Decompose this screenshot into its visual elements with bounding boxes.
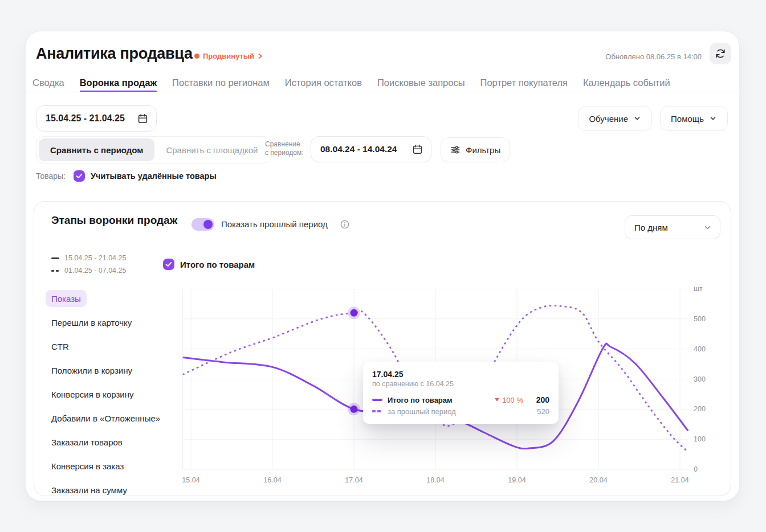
legend-item-1: 01.04.25 - 07.04.25 bbox=[51, 264, 126, 277]
triangle-down-icon bbox=[495, 398, 499, 402]
calendar-icon bbox=[412, 144, 423, 155]
calendar-icon bbox=[137, 113, 148, 124]
show-past-period-toggle[interactable] bbox=[192, 218, 214, 231]
granularity-select[interactable]: По дням bbox=[625, 215, 720, 239]
tooltip-value: 200 bbox=[530, 395, 549, 404]
period-date-input[interactable]: 15.04.25 - 21.04.25 bbox=[36, 105, 157, 132]
y-tick-label: 200 bbox=[694, 405, 706, 413]
tab-0[interactable]: Сводка bbox=[32, 75, 64, 91]
filters-button-label: Фильтры bbox=[466, 145, 500, 155]
funnel-panel: Этапы воронки продаж Показать прошлый пе… bbox=[34, 201, 731, 496]
include-deleted-checkbox[interactable] bbox=[74, 170, 85, 182]
y-axis-unit-label: шт bbox=[694, 285, 703, 293]
plan-badge-dot-icon bbox=[194, 54, 199, 59]
x-tick-label: 21.04 bbox=[662, 476, 698, 484]
y-tick-label: 0 bbox=[694, 465, 698, 473]
stage-item-2[interactable]: CTR bbox=[46, 338, 75, 355]
analytics-card: Аналитика продавца Продвинутый Обновлено… bbox=[25, 31, 740, 501]
products-caption: Товары: bbox=[36, 171, 66, 181]
tooltip-solid-swatch bbox=[372, 399, 382, 401]
plan-badge-label: Продвинутый bbox=[203, 52, 254, 60]
period-date-value: 15.04.25 - 21.04.25 bbox=[46, 113, 125, 124]
chart-legend: 15.04.25 - 21.04.2501.04.25 - 07.04.25 bbox=[51, 252, 126, 277]
data-point-marker bbox=[351, 309, 358, 317]
stage-item-8[interactable]: Заказали на сумму bbox=[46, 481, 133, 498]
chevron-down-icon bbox=[703, 223, 712, 232]
tooltip-row-0: Итого по товарам100 %200 bbox=[372, 394, 549, 406]
tab-2[interactable]: Поставки по регионам bbox=[172, 75, 270, 91]
stage-item-7[interactable]: Конверсия в заказ bbox=[46, 457, 129, 474]
chevron-down-icon bbox=[709, 114, 717, 122]
tab-5[interactable]: Портрет покупателя bbox=[480, 75, 568, 91]
stage-item-6[interactable]: Заказали товаров bbox=[46, 433, 128, 451]
funnel-title: Этапы воронки продаж bbox=[51, 214, 177, 227]
y-tick-label: 500 bbox=[694, 315, 706, 323]
stage-item-3[interactable]: Положили в корзину bbox=[46, 362, 138, 379]
stage-item-5[interactable]: Добавили в «Отложенные» bbox=[46, 410, 166, 427]
x-tick-label: 16.04 bbox=[254, 476, 291, 484]
tooltip-date: 17.04.25 bbox=[372, 369, 549, 379]
y-tick-label: 300 bbox=[694, 375, 706, 383]
page-title: Аналитика продавца bbox=[36, 45, 193, 63]
comparison-date-input[interactable]: 08.04.24 - 14.04.24 bbox=[311, 136, 431, 162]
tabs: СводкаВоронка продажПоставки по регионам… bbox=[32, 75, 670, 91]
legend-label: 01.04.25 - 07.04.25 bbox=[64, 267, 126, 275]
legend-item-0: 15.04.25 - 21.04.25 bbox=[51, 252, 126, 264]
x-tick-label: 20.04 bbox=[580, 476, 617, 484]
products-filter-row: Товары: Учитывать удалённые товары bbox=[36, 170, 217, 182]
tooltip-value: 520 bbox=[530, 407, 549, 416]
tooltip-rows: Итого по товарам100 %200за прошлый перио… bbox=[372, 394, 549, 417]
data-point-marker bbox=[351, 406, 358, 413]
help-button[interactable]: Помощь bbox=[660, 106, 728, 131]
y-tick-label: 400 bbox=[694, 345, 706, 353]
info-icon[interactable] bbox=[340, 220, 349, 229]
tooltip-dashed-swatch bbox=[372, 410, 382, 412]
tooltip-delta-value: 100 % bbox=[502, 396, 523, 404]
funnel-stages-list: ПоказыПерешли в карточкуCTRПоложили в ко… bbox=[46, 290, 177, 501]
x-tick-label: 17.04 bbox=[336, 476, 372, 484]
y-tick-label: 100 bbox=[694, 435, 706, 443]
check-icon bbox=[76, 173, 83, 179]
toggle-knob bbox=[203, 220, 213, 229]
x-tick-label: 18.04 bbox=[417, 476, 454, 484]
tab-3[interactable]: История остатков bbox=[285, 75, 362, 91]
tabs-divider bbox=[26, 92, 739, 92]
stage-item-1[interactable]: Перешли в карточку bbox=[46, 314, 137, 331]
stage-item-0[interactable]: Показы bbox=[46, 290, 87, 307]
tab-6[interactable]: Календарь событий bbox=[583, 75, 670, 91]
refresh-button[interactable] bbox=[710, 43, 731, 64]
legend-solid-swatch bbox=[51, 257, 59, 259]
total-by-products-label[interactable]: Итого по товарам bbox=[180, 260, 255, 269]
filters-button[interactable]: Фильтры bbox=[441, 137, 510, 162]
chart-tooltip: 17.04.25 по сравнению с 16.04.25 Итого п… bbox=[363, 362, 559, 424]
legend-dashed-swatch bbox=[51, 270, 59, 272]
compare-with-period-segment[interactable]: Сравнить с периодом bbox=[39, 138, 154, 161]
training-button[interactable]: Обучение bbox=[578, 106, 652, 131]
tab-1[interactable]: Воронка продаж bbox=[80, 75, 157, 91]
compare-with-platform-segment[interactable]: Сравнить с площадкой bbox=[154, 138, 269, 161]
tooltip-delta: 100 % bbox=[495, 396, 523, 404]
tooltip-compare-text: по сравнению с 16.04.25 bbox=[372, 379, 549, 389]
sliders-icon bbox=[450, 145, 461, 155]
help-button-label: Помощь bbox=[671, 114, 704, 124]
granularity-value: По дням bbox=[634, 223, 668, 232]
comparison-date-value: 08.04.24 - 14.04.24 bbox=[320, 144, 397, 154]
stage-item-4[interactable]: Конверсия в корзину bbox=[46, 386, 139, 403]
include-deleted-label[interactable]: Учитывать удалённые товары bbox=[91, 171, 217, 181]
training-button-label: Обучение bbox=[589, 114, 628, 124]
total-by-products-checkbox[interactable] bbox=[163, 259, 174, 270]
refresh-icon bbox=[715, 48, 726, 59]
tooltip-row-1: за прошлый период520 bbox=[372, 406, 549, 417]
chevron-right-icon bbox=[258, 53, 263, 59]
plan-badge[interactable]: Продвинутый bbox=[194, 52, 263, 60]
check-icon bbox=[165, 261, 172, 267]
tab-4[interactable]: Поисковые запросы bbox=[377, 75, 465, 91]
chevron-down-icon bbox=[633, 114, 641, 122]
updated-timestamp: Обновлено 08.06.25 в 14:00 bbox=[605, 52, 702, 61]
comparison-caption: Сравнение с периодом: bbox=[265, 140, 304, 157]
compare-segmented-control: Сравнить с периодом Сравнить с площадкой bbox=[36, 136, 272, 163]
tooltip-series-name: Итого по товарам bbox=[388, 396, 495, 404]
page: { "header": { "title": "Аналитика продав… bbox=[0, 0, 766, 532]
total-by-products-row: Итого по товарам bbox=[163, 259, 255, 270]
x-tick-label: 19.04 bbox=[499, 476, 535, 484]
